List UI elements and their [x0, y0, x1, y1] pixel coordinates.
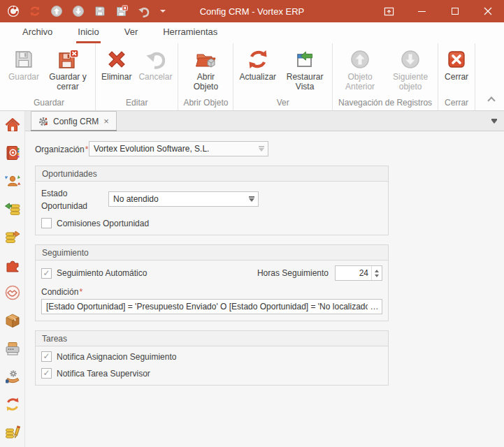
notifica-tarea-supervisor-checkbox[interactable] — [41, 368, 52, 379]
abrir-objeto-button[interactable]: Abrir Objeto — [180, 46, 231, 91]
restaurar-vista-button[interactable]: Restaurar Vista — [280, 46, 330, 91]
down-circle-icon — [399, 48, 422, 71]
notifica-asignacion-label: Notifica Asignacion Seguimiento — [57, 352, 176, 362]
close-button[interactable] — [471, 0, 504, 22]
siguiente-objeto-button: Siguiente objeto — [385, 46, 435, 91]
condicion-label: Condición* — [41, 287, 382, 297]
minimize-button[interactable] — [405, 0, 438, 22]
chevron-down-icon — [255, 142, 268, 156]
main-column: Config CRM × Organización* Vortex Evolut… — [25, 111, 504, 447]
undo-icon[interactable] — [137, 5, 150, 17]
maximize-button[interactable] — [438, 0, 471, 22]
ribbon-tab-herramientas[interactable]: Herramientas — [161, 23, 219, 43]
seguimiento-header: Seguimiento — [36, 245, 388, 261]
cancelar-button: Cancelar — [135, 46, 175, 82]
guardar-button: Guardar — [5, 46, 43, 82]
ribbon-tab-inicio[interactable]: Inicio — [76, 23, 100, 43]
comisiones-oportunidad-row: Comisiones Oportunidad — [41, 218, 382, 228]
comisiones-oportunidad-label: Comisiones Oportunidad — [57, 219, 149, 228]
horas-seguimiento-field: Horas Seguimiento 24 — [257, 265, 382, 281]
horas-seguimiento-spinedit[interactable]: 24 — [335, 265, 382, 281]
tab-list-dropdown-icon[interactable] — [491, 120, 497, 124]
workspace: Config CRM × Organización* Vortex Evolut… — [0, 111, 504, 447]
sidebar-handshake-icon[interactable] — [4, 284, 21, 301]
delete-x-icon — [106, 48, 128, 71]
tab-close-icon[interactable]: × — [103, 117, 110, 126]
ribbon-group-guardar: Guardar Guardar y cerrar Guardar — [3, 43, 96, 110]
sidebar-package-icon[interactable] — [4, 312, 21, 329]
chevron-down-icon[interactable] — [245, 192, 258, 206]
group-caption-abrir-objeto: Abrir Objeto — [180, 98, 231, 110]
qat-dropdown-icon[interactable] — [160, 10, 166, 13]
sidebar-contacts-sync-icon[interactable] — [4, 173, 21, 189]
open-folder-icon — [194, 48, 217, 71]
browse-expression-button[interactable]: … — [368, 300, 382, 314]
estado-oportunidad-combobox[interactable]: No atendido — [108, 191, 259, 207]
form-stack: Organización* Vortex Evolution Software,… — [35, 141, 389, 386]
document-tab-strip: Config CRM × — [25, 111, 504, 131]
popup-window-button[interactable] — [373, 0, 405, 22]
notifica-tarea-supervisor-label: Notifica Tarea Supervisor — [57, 369, 150, 379]
groupbox-seguimiento: Seguimiento Seguimiento Automático Horas… — [35, 244, 389, 321]
title-bar: Config CRM - Vortex ERP — [0, 0, 504, 22]
gear-icon — [38, 116, 49, 127]
spinner-buttons[interactable] — [371, 266, 382, 280]
guardar-y-cerrar-button[interactable]: Guardar y cerrar — [43, 46, 93, 91]
ribbon-tab-archivo[interactable]: Archivo — [21, 23, 54, 43]
sidebar-services-hand-gear-icon[interactable] — [4, 368, 21, 385]
eliminar-button[interactable]: Eliminar — [98, 46, 135, 82]
sidebar-home-icon[interactable] — [4, 117, 21, 133]
group-caption-ver: Ver — [236, 98, 330, 110]
document-tab-label: Config CRM — [53, 117, 99, 126]
estado-oportunidad-row: Estado Oportunidad No atendido — [41, 186, 382, 212]
spin-up-icon[interactable] — [375, 270, 379, 272]
window-controls — [373, 0, 504, 22]
restore-view-icon — [294, 48, 316, 71]
ribbon-group-abrir-objeto: Abrir Objeto Abrir Objeto — [178, 43, 233, 110]
seguimiento-automatico-row: Seguimiento Automático Horas Seguimiento… — [41, 265, 382, 281]
ribbon-group-navegacion: Objeto Anterior Siguiente objeto Navegac… — [333, 43, 438, 110]
required-marker: * — [79, 287, 82, 297]
condicion-expression-field[interactable]: [Estado Oportunidad] = 'Presupuesto Envi… — [41, 299, 382, 314]
sidebar-address-book-icon[interactable] — [4, 145, 21, 161]
organizacion-row: Organización* Vortex Evolution Software,… — [35, 141, 389, 156]
groupbox-tareas: Tareas Notifica Asignacion Seguimiento N… — [35, 330, 389, 386]
nav-up-icon[interactable] — [50, 5, 63, 17]
groupbox-oportunidades: Oportunidades Estado Oportunidad No aten… — [35, 166, 389, 235]
objeto-anterior-button: Objeto Anterior — [335, 46, 385, 91]
ribbon-group-ver: Actualizar Restaurar Vista Ver — [233, 43, 333, 110]
cerrar-button[interactable]: Cerrar — [440, 46, 473, 82]
ribbon-tab-row: Archivo Inicio Ver Herramientas — [0, 22, 504, 43]
seguimiento-automatico-checkbox[interactable] — [41, 268, 52, 279]
save-icon[interactable] — [94, 5, 106, 17]
estado-oportunidad-label: Estado Oportunidad — [41, 186, 108, 212]
sidebar-puzzle-icon[interactable] — [4, 256, 21, 273]
group-caption-editar: Editar — [98, 98, 175, 110]
refresh-icon[interactable] — [29, 5, 41, 17]
document-tab-config-crm[interactable]: Config CRM × — [31, 111, 117, 131]
sidebar-coins-edit-icon[interactable] — [4, 424, 21, 441]
close-red-icon — [445, 48, 468, 71]
ribbon-tab-ver[interactable]: Ver — [123, 23, 140, 43]
sidebar-coins-out-icon[interactable] — [4, 228, 21, 245]
organizacion-label: Organización* — [35, 142, 89, 155]
sidebar-coins-in-icon[interactable] — [4, 200, 21, 217]
group-caption-cerrar: Cerrar — [440, 98, 473, 110]
notifica-asignacion-row: Notifica Asignacion Seguimiento — [41, 351, 382, 362]
app-logo-icon[interactable] — [7, 5, 20, 17]
up-circle-icon — [349, 48, 371, 71]
notifica-tarea-supervisor-row: Notifica Tarea Supervisor — [41, 368, 382, 379]
save-close-icon — [57, 48, 79, 71]
quick-access-toolbar — [0, 5, 166, 17]
undo-arrow-icon — [144, 48, 166, 71]
sidebar-printer-icon[interactable] — [4, 340, 21, 357]
save-close-icon[interactable] — [115, 5, 128, 17]
horas-seguimiento-label: Horas Seguimiento — [257, 268, 329, 278]
notifica-asignacion-checkbox[interactable] — [41, 351, 52, 362]
actualizar-button[interactable]: Actualizar — [236, 46, 280, 82]
comisiones-oportunidad-checkbox[interactable] — [41, 218, 52, 228]
nav-down-icon[interactable] — [72, 5, 85, 17]
spin-down-icon[interactable] — [375, 274, 379, 277]
oportunidades-header: Oportunidades — [36, 166, 388, 182]
sidebar-sync-arrows-icon[interactable] — [4, 396, 21, 413]
